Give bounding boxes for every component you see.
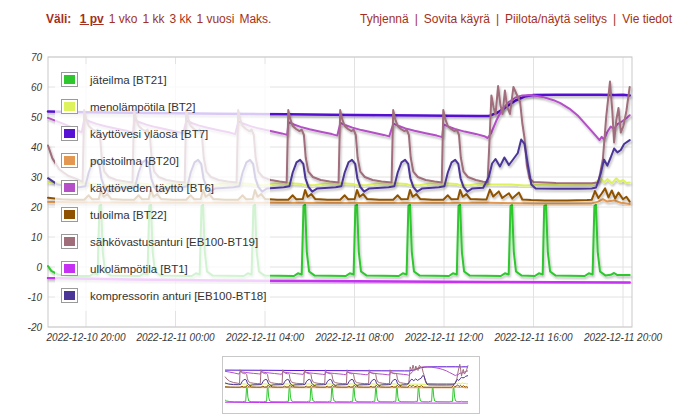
legend-swatch <box>61 126 78 141</box>
legend-item[interactable]: menolämpötila [BT2] <box>55 93 270 120</box>
y-tick-label: 70 <box>31 52 43 63</box>
legend-swatch <box>61 261 78 276</box>
legend-item[interactable]: käyttövesi yläosa [BT7] <box>55 120 270 147</box>
navigator-series-line <box>225 388 468 402</box>
action-vie-tiedot[interactable]: Vie tiedot <box>622 12 672 26</box>
legend-item[interactable]: kompressorin anturi [EB100-BT18] <box>55 282 270 309</box>
y-tick-label: 50 <box>31 112 43 123</box>
legend-item[interactable]: ulkolämpötila [BT1] <box>55 255 270 282</box>
y-tick-label: 40 <box>31 142 43 153</box>
legend-label: poistoilma [BT20] <box>90 155 179 167</box>
y-tick-label: 0 <box>36 262 42 273</box>
y-tick-label: 20 <box>30 202 43 213</box>
x-tick-label: 2022-12-11 16:00 <box>493 332 573 343</box>
action-separator: | <box>607 12 622 26</box>
chart-legend: jäteilma [BT21]menolämpötila [BT2]käyttö… <box>55 64 270 311</box>
action-separator: | <box>490 12 505 26</box>
legend-item[interactable]: sähkövastusanturi [EB100-BT19] <box>55 228 270 255</box>
range-option-1-pv[interactable]: 1 pv <box>80 12 104 26</box>
heat-pump-monitor-app: Väli: 1 pv1 vko1 kk3 kk1 vuosiMaks. Tyhj… <box>0 0 685 420</box>
legend-swatch <box>61 288 78 303</box>
legend-label: jäteilma [BT21] <box>90 74 167 86</box>
chart-actions: Tyhjennä|Sovita käyrä|Piilota/näytä seli… <box>360 12 672 26</box>
range-option-3-kk[interactable]: 3 kk <box>169 12 191 26</box>
legend-swatch <box>61 153 78 168</box>
legend-item[interactable]: tuloilma [BT22] <box>55 201 270 228</box>
x-tick-label: 2022-12-10 20:00 <box>46 332 126 343</box>
legend-swatch <box>61 180 78 195</box>
y-tick-label: 10 <box>31 232 43 243</box>
range-label: Väli: <box>46 12 71 26</box>
y-tick-label: 30 <box>31 172 43 183</box>
range-option-1-vko[interactable]: 1 vko <box>109 12 138 26</box>
navigator-box[interactable] <box>222 356 480 414</box>
x-tick-label: 2022-12-11 00:00 <box>135 332 215 343</box>
legend-label: ulkolämpötila [BT1] <box>90 263 188 275</box>
legend-swatch <box>61 207 78 222</box>
range-option-1-kk[interactable]: 1 kk <box>142 12 164 26</box>
range-option-1-vuosi[interactable]: 1 vuosi <box>196 12 234 26</box>
action-tyhjenn-[interactable]: Tyhjennä <box>360 12 409 26</box>
y-tick-label: 60 <box>31 82 43 93</box>
navigator-chart[interactable] <box>223 357 477 411</box>
chart-toolbar: Väli: 1 pv1 vko1 kk3 kk1 vuosiMaks. Tyhj… <box>0 8 685 30</box>
x-tick-label: 2022-12-11 20:00 <box>583 332 663 343</box>
legend-label: käyttöveden täyttö [BT6] <box>90 182 214 194</box>
legend-label: menolämpötila [BT2] <box>90 101 195 113</box>
legend-label: tuloilma [BT22] <box>90 209 167 221</box>
x-tick-label: 2022-12-11 12:00 <box>404 332 484 343</box>
legend-label: sähkövastusanturi [EB100-BT19] <box>90 236 258 248</box>
legend-item[interactable]: jäteilma [BT21] <box>55 66 270 93</box>
action-piilota-n-yt-selitys[interactable]: Piilota/näytä selitys <box>505 12 607 26</box>
action-sovita-k-yr-[interactable]: Sovita käyrä <box>424 12 490 26</box>
x-tick-label: 2022-12-11 04:00 <box>225 332 305 343</box>
legend-item[interactable]: käyttöveden täyttö [BT6] <box>55 174 270 201</box>
legend-item[interactable]: poistoilma [BT20] <box>55 147 270 174</box>
time-range-selector: Väli: 1 pv1 vko1 kk3 kk1 vuosiMaks. <box>46 12 276 26</box>
navigator-series-line <box>225 402 468 403</box>
x-tick-label: 2022-12-11 08:00 <box>314 332 394 343</box>
legend-label: käyttövesi yläosa [BT7] <box>90 128 208 140</box>
y-tick-label: -10 <box>28 292 43 303</box>
legend-swatch <box>61 72 78 87</box>
legend-label: kompressorin anturi [EB100-BT18] <box>90 290 266 302</box>
action-separator: | <box>409 12 424 26</box>
legend-swatch <box>61 234 78 249</box>
legend-swatch <box>61 99 78 114</box>
y-tick-label: -20 <box>28 322 43 333</box>
range-option-maks-[interactable]: Maks. <box>239 12 271 26</box>
